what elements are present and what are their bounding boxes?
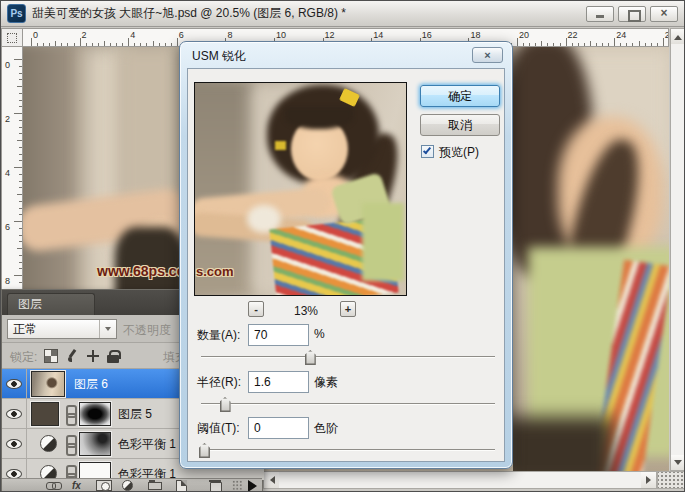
layer-name[interactable]: 图层 6 [74,369,108,399]
panel-grip-icon[interactable] [232,480,243,491]
scroll-left-icon[interactable] [264,472,279,488]
window-resize-grip[interactable] [657,471,685,489]
scroll-down-icon[interactable] [671,455,684,470]
crosshair-icon [7,33,17,43]
amount-unit: % [314,327,325,341]
radius-input[interactable] [248,371,309,393]
ruler-tick-label: 16 [422,30,432,40]
slider-thumb[interactable] [220,397,231,412]
zoom-out-button[interactable]: - [248,301,264,317]
ruler-tick-label: 6 [179,30,184,40]
preview-frame: s.com [194,82,407,296]
ruler-tick-label: 0 [33,30,38,40]
visibility-cell[interactable] [2,399,27,428]
ruler-tick-label: 12 [325,30,335,40]
ruler-tick-label: 8 [227,30,232,40]
link-icon [65,405,74,423]
ruler-tick-label: 8 [5,276,10,286]
radius-slider[interactable] [201,396,495,412]
ruler-tick-label: 6 [5,222,10,232]
threshold-input[interactable] [248,417,309,439]
new-group-icon[interactable] [148,482,162,490]
blend-mode-value: 正常 [13,322,37,336]
threshold-unit: 色阶 [314,420,338,437]
check-icon [423,146,431,155]
ruler-tick-label: 20 [519,30,529,40]
vertical-scrollbar[interactable] [670,28,685,471]
panel-bottom-bar: fx [2,478,262,492]
cancel-button[interactable]: 取消 [420,114,500,136]
add-mask-icon[interactable] [96,480,112,491]
ruler-tick-label: 2 [5,114,10,124]
close-icon[interactable]: × [650,6,678,22]
lock-position-icon[interactable] [86,349,100,363]
amount-input[interactable] [248,324,309,346]
visibility-cell[interactable] [2,429,27,458]
ruler-origin-box[interactable] [1,28,23,47]
dialog-content: s.com - 13% + 数量(A): % 半径(R): 像素 阈值(T): … [187,68,505,462]
minimize-icon[interactable] [586,6,614,22]
threshold-label: 阈值(T): [197,420,240,437]
window-title: 甜美可爱的女孩 大眼仔~旭.psd @ 20.5% (图层 6, RGB/8) … [32,5,580,22]
layer-thumbnail[interactable] [31,371,65,397]
window-titlebar[interactable]: Ps 甜美可爱的女孩 大眼仔~旭.psd @ 20.5% (图层 6, RGB/… [1,1,684,27]
layer-name[interactable]: 色彩平衡 1 [118,429,176,459]
chevron-down-icon[interactable] [99,320,116,338]
preview-checkbox[interactable] [421,145,434,158]
photoshop-logo-icon: Ps [7,4,26,23]
preview-image[interactable]: s.com [195,83,406,295]
adjustment-icon[interactable] [122,480,133,491]
zoom-percentage: 13% [278,304,334,318]
lock-pixels-icon[interactable] [66,349,80,363]
layer-thumbnail[interactable] [31,402,59,426]
layer-mask-thumbnail[interactable] [79,432,111,456]
photoshop-window: Ps 甜美可爱的女孩 大眼仔~旭.psd @ 20.5% (图层 6, RGB/… [0,0,685,492]
layer-mask-thumbnail[interactable] [79,402,111,426]
visibility-cell[interactable] [2,459,27,480]
adjustment-layer-icon[interactable] [40,435,57,452]
ruler-tick-label: 4 [5,168,10,178]
zoom-in-button[interactable]: + [340,301,356,317]
usm-sharpen-dialog: USM 锐化 × s.com - 13% + 数量(A): [179,41,513,469]
tab-layers[interactable]: 图层 [7,293,95,315]
eye-icon[interactable] [6,409,22,419]
ruler-tick-label: 18 [470,30,480,40]
ruler-tick-label: 2 [82,30,87,40]
canvas-photo-right [513,47,669,471]
slider-thumb[interactable] [305,350,316,365]
slider-thumb[interactable] [199,443,210,458]
radius-label: 半径(R): [197,374,241,391]
threshold-slider[interactable] [201,442,495,458]
ruler-tick-label: 14 [373,30,383,40]
amount-slider[interactable] [201,349,495,365]
maximize-icon[interactable] [618,6,646,22]
ok-button[interactable]: 确定 [420,85,500,107]
blend-mode-select[interactable]: 正常 [7,319,117,339]
ruler-tick-label: 26 [665,30,669,40]
eye-icon[interactable] [6,379,22,389]
preview-checkbox-label: 预览(P) [439,144,479,161]
panel-arrow-icon[interactable] [248,480,263,492]
layer-name[interactable]: 色彩平衡 1 [118,459,176,480]
link-layers-icon[interactable] [46,480,62,491]
dialog-close-icon[interactable]: × [472,47,503,63]
lock-all-icon[interactable] [106,349,120,363]
window-controls: × [586,6,678,22]
ruler-tick-label: 4 [130,30,135,40]
layer-style-fx-icon[interactable]: fx [72,480,88,491]
visibility-cell[interactable] [2,369,27,398]
preview-watermark: s.com [196,264,234,279]
link-icon [65,435,74,453]
new-layer-icon[interactable] [176,480,187,492]
layer-name[interactable]: 图层 5 [118,399,152,429]
opacity-label: 不透明度 [123,322,171,339]
scroll-up-icon[interactable] [671,29,684,44]
delete-layer-icon[interactable] [210,480,220,491]
amount-label: 数量(A): [197,327,240,344]
lock-transparency-icon[interactable] [44,349,58,363]
eye-icon[interactable] [6,439,22,449]
ruler-tick-label: 24 [616,30,626,40]
scroll-right-icon[interactable] [641,472,656,488]
ruler-tick-label: 10 [276,30,286,40]
horizontal-scrollbar[interactable] [263,471,657,489]
